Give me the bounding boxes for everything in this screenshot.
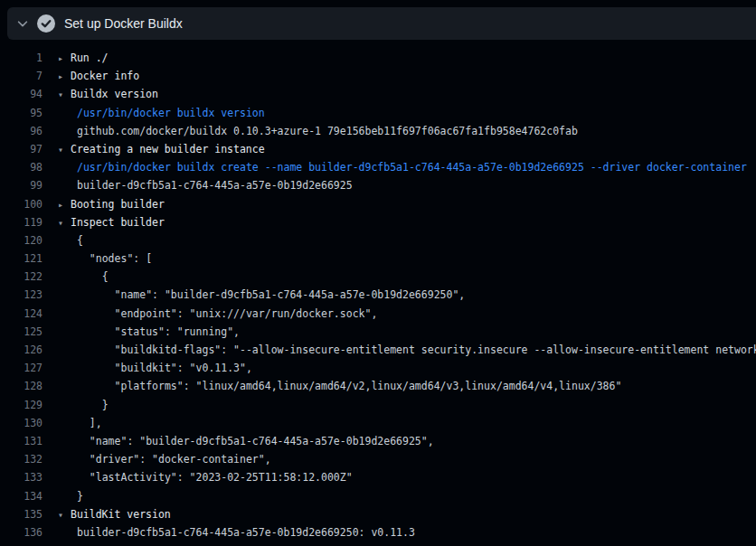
line-number[interactable]: 97 [0, 140, 43, 158]
log-line-text: "nodes": [ [77, 252, 152, 265]
log-line-text: Booting builder [71, 198, 165, 211]
log-viewer: 1 ▸Run ./ 7 ▸Docker info 94 ▾Buildx vers… [0, 40, 756, 546]
log-line-text: github.com/docker/buildx 0.10.3+azure-1 … [77, 125, 578, 137]
line-number[interactable]: 134 [0, 487, 43, 505]
log-line: 120 { [0, 231, 756, 249]
log-line-text: "platforms": "linux/amd64,linux/amd64/v2… [77, 380, 621, 392]
line-number[interactable]: 99 [0, 176, 43, 194]
log-line: 128 "platforms": "linux/amd64,linux/amd6… [0, 377, 756, 395]
line-number[interactable]: 136 [0, 523, 43, 541]
line-number[interactable]: 133 [0, 468, 43, 486]
log-line: 122 { [0, 268, 756, 286]
line-number[interactable]: 132 [0, 450, 43, 468]
log-line: 96 github.com/docker/buildx 0.10.3+azure… [0, 122, 756, 140]
log-line-text: Creating a new builder instance [71, 143, 265, 155]
line-number[interactable]: 126 [0, 341, 43, 359]
log-line-text: { [77, 270, 109, 283]
line-number[interactable]: 135 [0, 505, 43, 523]
log-line-text: } [77, 399, 109, 411]
log-line: 98 /usr/bin/docker buildx create --name … [0, 158, 756, 176]
log-line: 126 "buildkitd-flags": "--allow-insecure… [0, 341, 756, 359]
line-number[interactable]: 7 [0, 67, 43, 85]
line-number[interactable]: 131 [0, 432, 43, 450]
log-line: 94 ▾Buildx version [0, 85, 756, 103]
log-line: 135 ▾BuildKit version [0, 505, 756, 523]
log-group-header[interactable]: ▸Booting builder [43, 195, 756, 213]
log-line: 97 ▾Creating a new builder instance [0, 140, 756, 158]
step-title: Set up Docker Buildx [64, 16, 183, 31]
log-line-text: } [77, 490, 83, 503]
log-line: 130 ], [0, 414, 756, 432]
log-line-text: Run ./ [71, 52, 109, 64]
line-number[interactable]: 121 [0, 249, 43, 268]
log-line-text: BuildKit version [71, 508, 171, 521]
log-line: 134 } [0, 487, 756, 505]
line-number[interactable]: 100 [0, 195, 43, 213]
log-line: 129 } [0, 396, 756, 414]
group-toggle-icon[interactable]: ▸ [58, 68, 71, 85]
log-line: 119 ▾Inspect builder [0, 213, 756, 231]
log-line-text: { [77, 234, 83, 247]
log-line-text: /usr/bin/docker buildx version [77, 107, 265, 119]
group-toggle-icon[interactable]: ▾ [58, 214, 71, 231]
log-line-text: Docker info [71, 70, 139, 82]
log-line: 133 "lastActivity": "2023-02-25T11:58:12… [0, 468, 756, 486]
log-group-header[interactable]: ▾Inspect builder [43, 213, 756, 231]
log-line: 131 "name": "builder-d9cfb5a1-c764-445a-… [0, 432, 756, 450]
log-group-header[interactable]: ▾BuildKit version [43, 505, 756, 523]
log-line-text: "buildkit": "v0.11.3", [77, 362, 252, 374]
line-number[interactable]: 120 [0, 231, 43, 249]
log-line-text: "status": "running", [77, 325, 240, 338]
line-number[interactable]: 95 [0, 104, 43, 122]
log-line: 132 "driver": "docker-container", [0, 450, 756, 468]
log-group-header[interactable]: ▸Docker info [43, 67, 756, 85]
log-line-text: Buildx version [71, 88, 158, 100]
log-line-text: "name": "builder-d9cfb5a1-c764-445a-a57e… [77, 288, 465, 301]
line-number[interactable]: 127 [0, 359, 43, 377]
log-group-header[interactable]: ▾Buildx version [43, 85, 756, 103]
log-line-text: builder-d9cfb5a1-c764-445a-a57e-0b19d2e6… [77, 179, 353, 192]
log-line: 99 builder-d9cfb5a1-c764-445a-a57e-0b19d… [0, 176, 756, 194]
log-group-header[interactable]: ▾Creating a new builder instance [43, 140, 756, 158]
log-line: 95 /usr/bin/docker buildx version [0, 104, 756, 122]
log-line: 1 ▸Run ./ [0, 49, 756, 67]
log-group-header[interactable]: ▸Run ./ [43, 49, 756, 67]
line-number[interactable]: 98 [0, 158, 43, 176]
log-line: 127 "buildkit": "v0.11.3", [0, 359, 756, 377]
step-header[interactable]: Set up Docker Buildx [7, 7, 756, 40]
log-line: 7 ▸Docker info [0, 67, 756, 85]
log-line-text: Inspect builder [71, 216, 165, 229]
group-toggle-icon[interactable]: ▾ [58, 141, 71, 158]
line-number[interactable]: 119 [0, 213, 43, 231]
line-number[interactable]: 123 [0, 286, 43, 304]
line-number[interactable]: 94 [0, 85, 43, 103]
log-line-text: builder-d9cfb5a1-c764-445a-a57e-0b19d2e6… [77, 526, 415, 539]
log-line: 125 "status": "running", [0, 323, 756, 341]
group-toggle-icon[interactable]: ▾ [58, 86, 71, 103]
line-number[interactable]: 96 [0, 122, 43, 140]
line-number[interactable]: 130 [0, 414, 43, 432]
log-line: 123 "name": "builder-d9cfb5a1-c764-445a-… [0, 286, 756, 304]
log-line-text: /usr/bin/docker buildx create --name bui… [77, 161, 747, 174]
log-line-text: "buildkitd-flags": "--allow-insecure-ent… [77, 344, 756, 356]
log-line: 121 "nodes": [ [0, 249, 756, 268]
log-line: 100 ▸Booting builder [0, 195, 756, 213]
log-line-text: "endpoint": "unix:///var/run/docker.sock… [77, 307, 377, 320]
line-number[interactable]: 128 [0, 377, 43, 395]
chevron-down-icon[interactable] [16, 17, 29, 30]
group-toggle-icon[interactable]: ▸ [58, 50, 71, 67]
line-number[interactable]: 129 [0, 396, 43, 414]
group-toggle-icon[interactable]: ▾ [58, 506, 71, 523]
check-circle-icon [37, 14, 55, 33]
log-line-text: "lastActivity": "2023-02-25T11:58:12.000… [77, 471, 353, 484]
log-line: 136 builder-d9cfb5a1-c764-445a-a57e-0b19… [0, 523, 756, 541]
line-number[interactable]: 125 [0, 323, 43, 341]
log-line: 124 "endpoint": "unix:///var/run/docker.… [0, 305, 756, 323]
line-number[interactable]: 124 [0, 305, 43, 323]
line-number[interactable]: 1 [0, 49, 43, 67]
log-line-text: ], [77, 417, 102, 429]
group-toggle-icon[interactable]: ▸ [58, 196, 71, 213]
log-line-text: "driver": "docker-container", [77, 453, 271, 466]
line-number[interactable]: 122 [0, 268, 43, 286]
log-line-text: "name": "builder-d9cfb5a1-c764-445a-a57e… [77, 435, 434, 447]
